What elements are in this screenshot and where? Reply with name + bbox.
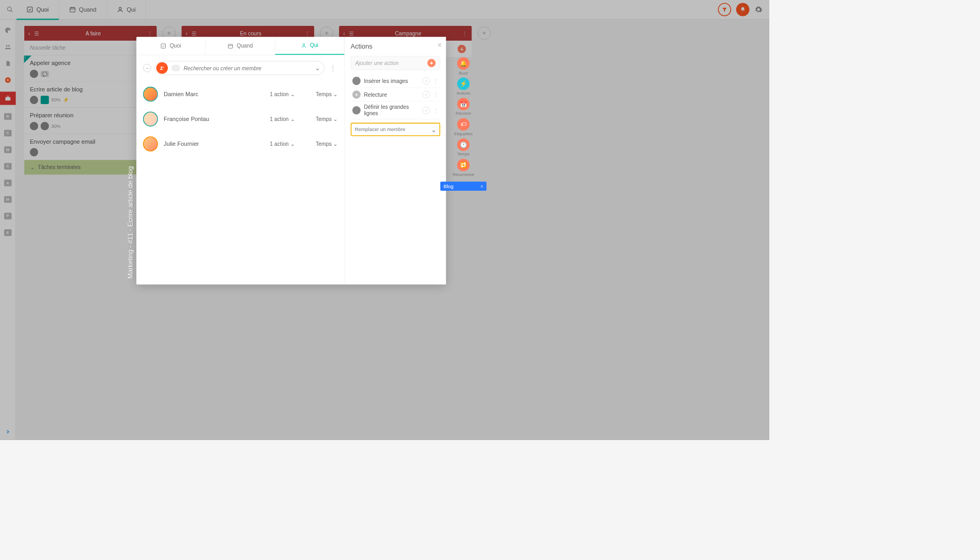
toolbar-recurrence-button[interactable]: 🔁Récurrence (453, 159, 474, 177)
check-icon[interactable]: ✓ (422, 77, 430, 85)
member-actions-dropdown[interactable]: 1 action⌄ (270, 91, 303, 97)
toolbar-reunion-button[interactable]: 📅Réunion (456, 98, 471, 116)
modal-tab-quoi[interactable]: Quoi (136, 37, 205, 55)
avatar (352, 106, 361, 115)
avatar (143, 136, 158, 151)
member-time-dropdown[interactable]: Temps⌄ (309, 116, 338, 122)
chevron-down-icon: ⌄ (333, 141, 338, 147)
chevron-down-icon: ⌄ (333, 116, 338, 122)
remove-tag-icon[interactable]: × (480, 183, 484, 189)
more-menu-icon[interactable]: ⋮ (433, 78, 438, 84)
clock-icon: 🕐 (457, 138, 470, 151)
member-time-dropdown[interactable]: Temps⌄ (309, 91, 338, 97)
toolbar-temps-button[interactable]: 🕐Temps (457, 138, 470, 156)
toolbar-actions-button[interactable]: ⚡Actions (457, 78, 470, 96)
member-actions-dropdown[interactable]: 1 action⌄ (270, 116, 303, 122)
action-row: Définir les grandes lignes ✓ ⋮ (351, 101, 440, 119)
chevron-down-icon: ⌄ (290, 141, 295, 147)
svg-rect-12 (161, 44, 165, 48)
avatar (352, 77, 361, 85)
bell-icon: 🔔 (457, 57, 470, 70)
chevron-down-icon: ⌄ (290, 91, 295, 97)
more-menu-icon[interactable]: ⋮ (328, 64, 338, 72)
chevron-down-icon: ⌄ (290, 116, 295, 122)
toggle-icon[interactable] (171, 64, 180, 71)
more-menu-icon[interactable]: ⋮ (433, 107, 438, 114)
check-icon[interactable]: ✓ (422, 91, 430, 98)
chevron-down-icon[interactable]: ⌄ (431, 125, 436, 133)
member-row: Damien Marc 1 action⌄ Temps⌄ (143, 82, 338, 107)
member-row: Françoise Pontau 1 action⌄ Temps⌄ (143, 107, 338, 132)
repeat-icon: 🔁 (457, 159, 470, 172)
svg-point-17 (163, 67, 164, 68)
modal-tab-quand[interactable]: Quand (206, 37, 275, 55)
svg-rect-13 (228, 44, 232, 48)
chevron-down-icon[interactable]: ⌄ (315, 64, 320, 72)
task-breadcrumb-vertical: Marketing - #11 - Ecrire article de blog (127, 166, 134, 279)
calendar-icon: 📅 (457, 98, 470, 110)
avatar (143, 111, 158, 126)
toolbar-etiquettes-button[interactable]: 🏷Étiquettes (454, 118, 473, 136)
member-search-field[interactable]: ⌄ (155, 61, 325, 75)
tag-icon: 🏷 (457, 118, 470, 131)
group-icon (156, 62, 168, 74)
modal-tab-qui[interactable]: Qui (275, 37, 344, 55)
remove-member-icon[interactable]: − (143, 64, 152, 72)
action-row: Insérer les images ✓ ⋮ (351, 74, 440, 88)
check-icon[interactable]: ✓ (422, 107, 430, 114)
actions-panel-title: Actions (351, 43, 440, 50)
member-time-dropdown[interactable]: Temps⌄ (309, 141, 338, 147)
task-detail-modal: Quoi Quand Qui − ⌄ ⋮ (136, 37, 446, 285)
replace-member-input[interactable] (355, 126, 431, 132)
member-actions-dropdown[interactable]: 1 action⌄ (270, 141, 303, 147)
replace-member-field[interactable]: ⌄ (351, 123, 440, 136)
toolbar-buzz-button[interactable]: 🔔Buzz (457, 57, 470, 75)
avatar (143, 87, 158, 101)
tag-chip[interactable]: Blog× (440, 182, 487, 191)
add-member-icon[interactable]: + (352, 90, 361, 99)
more-menu-icon[interactable]: ⋮ (433, 91, 438, 98)
chevron-down-icon: ⌄ (333, 91, 338, 97)
member-search-input[interactable] (184, 65, 312, 71)
add-icon[interactable]: + (427, 59, 436, 67)
member-row: Julie Fournier 1 action⌄ Temps⌄ (143, 132, 338, 156)
close-icon[interactable]: × (438, 41, 442, 50)
bolt-icon: ⚡ (457, 78, 470, 90)
svg-point-16 (161, 67, 162, 68)
action-row: + Relecture ✓ ⋮ (351, 88, 440, 101)
svg-point-15 (303, 43, 305, 45)
add-action-input[interactable]: Ajouter une action + (351, 56, 440, 70)
